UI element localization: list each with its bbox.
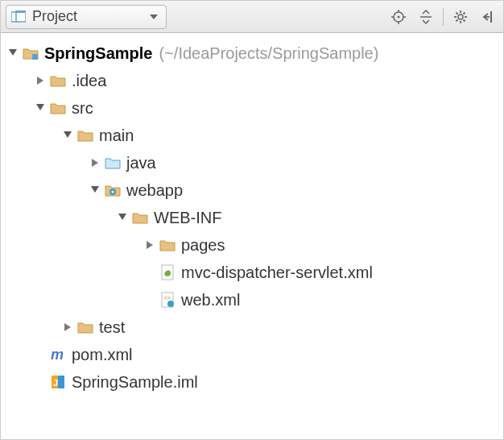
node-label: src xyxy=(72,93,93,123)
tree-node[interactable]: m pom.xml xyxy=(4,341,500,368)
svg-text:<>: <> xyxy=(164,295,171,301)
svg-marker-25 xyxy=(64,131,72,138)
web-folder-icon xyxy=(104,181,122,199)
node-label: mvc-dispatcher-servlet.xml xyxy=(181,257,373,288)
svg-marker-36 xyxy=(64,323,71,331)
project-view-dropdown[interactable]: Project xyxy=(6,5,167,29)
tree-node[interactable]: test xyxy=(4,313,500,341)
svg-text:J: J xyxy=(53,378,58,388)
tree-node[interactable]: mvc-dispatcher-servlet.xml xyxy=(4,259,500,286)
gear-icon xyxy=(453,10,468,24)
source-folder-icon xyxy=(104,154,122,172)
collapse-arrow-icon[interactable] xyxy=(31,72,49,89)
locate-target-button[interactable] xyxy=(388,6,409,27)
svg-marker-23 xyxy=(37,77,43,85)
svg-rect-22 xyxy=(32,54,38,60)
tree-node[interactable]: .idea xyxy=(4,67,500,94)
collapse-all-button[interactable] xyxy=(415,6,436,27)
svg-rect-2 xyxy=(16,10,26,13)
node-label: SpringSample xyxy=(44,38,152,68)
folder-icon xyxy=(49,99,67,117)
tool-window-toolbar: Project xyxy=(1,1,503,33)
target-icon xyxy=(391,10,406,24)
tree-node[interactable]: java xyxy=(4,149,500,176)
svg-marker-21 xyxy=(9,49,17,56)
xml-web-file-icon: <> xyxy=(159,291,176,309)
tree-node[interactable]: <> web.xml xyxy=(4,286,500,313)
spring-config-file-icon xyxy=(159,264,176,281)
hide-button[interactable] xyxy=(477,6,498,27)
svg-marker-30 xyxy=(118,214,126,220)
node-label: main xyxy=(99,120,134,151)
svg-text:m: m xyxy=(51,347,64,362)
folder-icon xyxy=(76,127,94,144)
node-path-hint: (~/IdeaProjects/SpringSample) xyxy=(159,38,378,68)
svg-line-17 xyxy=(464,12,465,14)
folder-icon xyxy=(76,318,94,336)
expand-arrow-icon[interactable] xyxy=(59,127,76,144)
svg-rect-39 xyxy=(58,376,64,388)
svg-line-18 xyxy=(456,19,458,21)
svg-point-29 xyxy=(112,191,114,193)
node-label: .idea xyxy=(72,65,106,96)
idea-module-file-icon: J xyxy=(49,373,67,391)
expand-arrow-icon[interactable] xyxy=(4,44,22,62)
maven-file-icon: m xyxy=(49,346,67,363)
settings-button[interactable] xyxy=(450,6,471,27)
node-label: pages xyxy=(181,230,225,260)
svg-marker-31 xyxy=(147,241,153,249)
tree-node-root[interactable]: SpringSample (~/IdeaProjects/SpringSampl… xyxy=(4,39,500,67)
node-label: WEB-INF xyxy=(154,202,221,233)
expand-arrow-icon[interactable] xyxy=(114,209,131,226)
module-folder-icon xyxy=(22,44,39,62)
svg-marker-24 xyxy=(36,104,44,110)
collapse-arrow-icon[interactable] xyxy=(86,154,104,172)
hide-icon xyxy=(481,10,495,24)
tree-node[interactable]: main xyxy=(4,122,500,149)
node-label: java xyxy=(126,147,156,178)
collapse-icon xyxy=(419,10,433,24)
toolbar-divider xyxy=(443,8,444,26)
tree-node[interactable]: WEB-INF xyxy=(4,204,500,231)
tree-node[interactable]: pages xyxy=(4,231,500,259)
chevron-down-icon xyxy=(150,15,158,19)
svg-line-15 xyxy=(456,12,458,14)
svg-point-35 xyxy=(167,301,174,307)
node-label: web.xml xyxy=(181,284,240,315)
folder-icon xyxy=(131,209,149,226)
folder-icon xyxy=(49,72,67,89)
project-tree[interactable]: SpringSample (~/IdeaProjects/SpringSampl… xyxy=(1,33,503,402)
node-label: SpringSample.iml xyxy=(72,367,198,397)
folder-icon xyxy=(159,236,176,254)
project-view-label: Project xyxy=(32,8,77,25)
svg-line-16 xyxy=(464,19,465,21)
expand-arrow-icon[interactable] xyxy=(86,181,104,199)
node-label: webapp xyxy=(126,175,183,205)
collapse-arrow-icon[interactable] xyxy=(141,236,159,254)
project-window-icon xyxy=(11,10,26,23)
node-label: test xyxy=(99,312,125,342)
svg-point-10 xyxy=(458,15,463,19)
tree-node[interactable]: webapp xyxy=(4,176,500,204)
tree-node[interactable]: J SpringSample.iml xyxy=(4,368,500,396)
collapse-arrow-icon[interactable] xyxy=(59,318,76,336)
svg-marker-26 xyxy=(92,159,98,167)
svg-point-4 xyxy=(398,15,400,18)
node-label: pom.xml xyxy=(72,339,133,370)
expand-arrow-icon[interactable] xyxy=(31,99,49,117)
tree-node[interactable]: src xyxy=(4,94,500,122)
svg-marker-27 xyxy=(91,186,99,193)
